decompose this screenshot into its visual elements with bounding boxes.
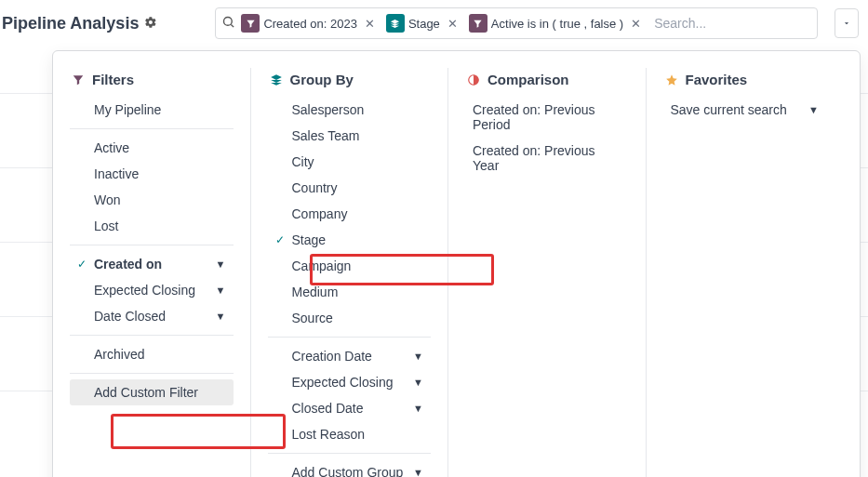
svg-point-0 [224, 18, 233, 26]
chip-label: Active is in ( true , false ) [491, 17, 623, 31]
caret-down-icon: ▼ [216, 285, 226, 296]
caret-down-icon: ▼ [413, 403, 423, 414]
chip-remove-icon[interactable]: ✕ [444, 17, 461, 31]
favorites-column: Favorites Save current search▼ [647, 68, 844, 477]
chip-label: Created on: 2023 [263, 17, 356, 31]
caret-down-icon: ▼ [413, 377, 423, 388]
groupby-column: Group By ✓Salesperson ✓Sales Team ✓City … [251, 68, 448, 477]
heading-label: Comparison [487, 72, 569, 87]
caret-down-icon: ▼ [808, 104, 819, 115]
groupby-item-campaign[interactable]: ✓Campaign [268, 253, 432, 279]
groupby-item-stage[interactable]: ✓Stage [268, 227, 432, 253]
search-chip-group-stage[interactable]: Stage ✕ [384, 12, 463, 34]
groupby-item-lost-reason[interactable]: ✓Lost Reason [268, 421, 432, 447]
gear-icon[interactable] [144, 16, 157, 32]
comparison-item-previous-period[interactable]: Created on: Previous Period [465, 97, 629, 138]
groupby-item-city[interactable]: ✓City [268, 149, 432, 175]
caret-down-icon: ▼ [413, 467, 423, 477]
page-title: Pipeline Analysis [2, 14, 139, 33]
chip-label: Stage [408, 17, 440, 31]
filter-item-my-pipeline[interactable]: ✓My Pipeline [70, 97, 234, 123]
filter-item-active[interactable]: ✓Active [70, 135, 234, 161]
groupby-item-company[interactable]: ✓Company [268, 201, 432, 227]
filter-item-inactive[interactable]: ✓Inactive [70, 161, 234, 187]
filter-item-lost[interactable]: ✓Lost [70, 213, 234, 239]
filters-column: Filters ✓My Pipeline ✓Active ✓Inactive ✓… [70, 68, 250, 477]
add-custom-filter[interactable]: ✓Add Custom Filter [70, 379, 234, 405]
top-bar: Pipeline Analysis Created on: 2023 ✕ Sta… [0, 0, 868, 46]
groupby-item-closed-date[interactable]: ✓Closed Date▼ [268, 395, 432, 421]
filters-heading: Filters [70, 68, 234, 97]
filter-item-expected-closing[interactable]: ✓Expected Closing▼ [70, 277, 234, 303]
search-icon [221, 15, 235, 32]
filter-item-created-on[interactable]: ✓Created on▼ [70, 251, 234, 277]
filter-icon [469, 14, 487, 33]
filter-item-archived[interactable]: ✓Archived [70, 341, 234, 367]
heading-label: Favorites [686, 72, 748, 87]
half-circle-icon [467, 73, 480, 86]
search-options-panel: Filters ✓My Pipeline ✓Active ✓Inactive ✓… [52, 50, 861, 477]
search-chip-filter-created[interactable]: Created on: 2023 ✕ [239, 12, 380, 34]
heading-label: Filters [92, 72, 134, 87]
filter-icon [72, 73, 85, 86]
layers-icon [270, 73, 283, 86]
groupby-item-source[interactable]: ✓Source [268, 305, 432, 331]
groupby-heading: Group By [268, 68, 432, 97]
groupby-item-salesperson[interactable]: ✓Salesperson [268, 97, 432, 123]
heading-label: Group By [290, 72, 354, 87]
favorites-save-current-search[interactable]: Save current search▼ [663, 97, 827, 123]
chip-remove-icon[interactable]: ✕ [361, 17, 379, 31]
caret-down-icon: ▼ [216, 258, 226, 270]
caret-down-icon: ▼ [216, 311, 226, 322]
comparison-column: Comparison Created on: Previous Period C… [448, 68, 646, 477]
filter-item-won[interactable]: ✓Won [70, 187, 234, 213]
add-custom-group[interactable]: ✓Add Custom Group▼ [268, 459, 432, 477]
groupby-item-country[interactable]: ✓Country [268, 175, 432, 201]
chip-remove-icon[interactable]: ✕ [627, 17, 645, 31]
search-box[interactable]: Created on: 2023 ✕ Stage ✕ Active is in … [215, 7, 818, 39]
groupby-item-creation-date[interactable]: ✓Creation Date▼ [268, 343, 432, 369]
search-chip-filter-active[interactable]: Active is in ( true , false ) ✕ [467, 12, 647, 34]
filter-item-date-closed[interactable]: ✓Date Closed▼ [70, 303, 234, 329]
groupby-item-medium[interactable]: ✓Medium [268, 279, 432, 305]
groupby-item-sales-team[interactable]: ✓Sales Team [268, 123, 432, 149]
layers-icon [386, 14, 405, 33]
comparison-item-previous-year[interactable]: Created on: Previous Year [465, 138, 629, 179]
groupby-item-expected-closing[interactable]: ✓Expected Closing▼ [268, 369, 432, 395]
comparison-heading: Comparison [465, 68, 629, 97]
search-options-toggle[interactable] [835, 8, 859, 38]
search-input[interactable] [650, 16, 811, 31]
favorites-heading: Favorites [663, 68, 827, 97]
filter-icon [241, 14, 260, 33]
caret-down-icon: ▼ [413, 351, 423, 362]
star-icon [665, 73, 678, 86]
svg-line-1 [232, 24, 234, 27]
